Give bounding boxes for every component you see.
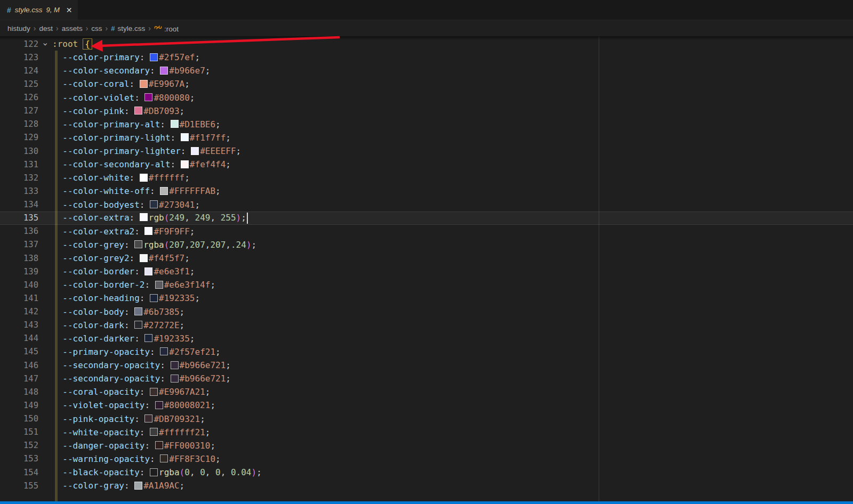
code-content[interactable]: --color-body: #6b7385;	[52, 307, 184, 317]
code-content[interactable]: --warning-opacity: #FF8F3C10;	[52, 454, 221, 464]
code-content[interactable]: --color-coral: #E9967A;	[52, 79, 190, 89]
color-swatch[interactable]	[160, 67, 168, 75]
code-content[interactable]: --violet-opacity: #80008021;	[52, 400, 215, 410]
code-content[interactable]: --color-grey: rgba(207,207,207,.24);	[52, 240, 256, 250]
code-content[interactable]: --color-violet: #800080;	[52, 93, 195, 103]
fold-toggle[interactable]: ›	[38, 39, 52, 49]
color-swatch[interactable]	[134, 482, 142, 490]
code-content[interactable]: --color-primary-light: #f1f7ff;	[52, 133, 231, 143]
code-line-147[interactable]: 147--secondary-opacity: #b966e721;	[0, 372, 853, 385]
color-swatch[interactable]	[150, 294, 158, 302]
breadcrumb-item-file[interactable]: #style.css	[110, 25, 146, 32]
color-swatch[interactable]	[134, 240, 142, 248]
color-swatch[interactable]	[150, 428, 158, 436]
code-content[interactable]: --pink-opacity: #DB709321;	[52, 414, 205, 424]
color-swatch[interactable]	[155, 441, 163, 449]
color-swatch[interactable]	[181, 133, 189, 141]
close-icon[interactable]: ✕	[66, 6, 73, 14]
code-content[interactable]: --color-primary-lighter: #EEEEFF;	[52, 146, 241, 156]
code-line-140[interactable]: 140--color-border-2: #e6e3f14f;	[0, 278, 853, 291]
color-swatch[interactable]	[134, 321, 142, 329]
code-content[interactable]: :root{	[52, 39, 92, 49]
code-content[interactable]: --color-extra2: #F9F9FF;	[52, 226, 195, 237]
code-line-133[interactable]: 133--color-white-off: #FFFFFFAB;	[0, 184, 853, 198]
code-line-136[interactable]: 136--color-extra2: #F9F9FF;	[0, 225, 853, 238]
tab-style-css[interactable]: # style.css 9, M ✕	[0, 0, 78, 20]
code-content[interactable]: --color-border: #e6e3f1;	[52, 266, 195, 277]
breadcrumb-item-histudy[interactable]: histudy	[7, 25, 31, 32]
code-line-148[interactable]: 148--coral-opacity: #E9967A21;	[0, 385, 853, 399]
color-swatch[interactable]	[160, 187, 168, 195]
code-content[interactable]: --color-gray: #A1A9AC;	[52, 481, 184, 491]
color-swatch[interactable]	[171, 375, 179, 383]
color-swatch[interactable]	[140, 254, 148, 262]
code-content[interactable]: --color-heading: #192335;	[52, 293, 200, 303]
breadcrumb-item-css[interactable]: css	[91, 25, 102, 32]
color-swatch[interactable]	[140, 80, 148, 88]
color-swatch[interactable]	[150, 388, 158, 396]
code-line-123[interactable]: 123--color-primary: #2f57ef;	[0, 51, 853, 64]
code-line-153[interactable]: 153--warning-opacity: #FF8F3C10;	[0, 452, 853, 466]
code-line-151[interactable]: 151--white-opacity: #ffffff21;	[0, 426, 853, 439]
code-line-131[interactable]: 131--color-secondary-alt: #fef4f4;	[0, 158, 853, 171]
code-line-150[interactable]: 150--pink-opacity: #DB709321;	[0, 412, 853, 426]
code-content[interactable]: --color-white-off: #FFFFFFAB;	[52, 186, 221, 196]
code-line-144[interactable]: 144--color-darker: #192335;	[0, 332, 853, 345]
code-content[interactable]: --coral-opacity: #E9967A21;	[52, 387, 210, 397]
code-content[interactable]: --color-darker: #192335;	[52, 334, 195, 344]
code-line-124[interactable]: 124--color-secondary: #b966e7;	[0, 64, 853, 77]
code-content[interactable]: --secondary-opacity: #b966e721;	[52, 360, 231, 370]
color-swatch[interactable]	[140, 213, 148, 221]
code-line-139[interactable]: 139--color-border: #e6e3f1;	[0, 265, 853, 278]
color-swatch[interactable]	[181, 160, 189, 168]
code-content[interactable]: --color-grey2: #f4f5f7;	[52, 253, 190, 263]
code-line-141[interactable]: 141--color-heading: #192335;	[0, 291, 853, 305]
code-line-132[interactable]: 132--color-white: #ffffff;	[0, 171, 853, 184]
code-content[interactable]: --black-opacity: rgba(0, 0, 0, 0.04);	[52, 467, 262, 477]
code-content[interactable]: --color-primary: #2f57ef;	[52, 52, 200, 62]
code-editor[interactable]: 122›:root{123--color-primary: #2f57ef;12…	[0, 36, 853, 501]
color-swatch[interactable]	[144, 414, 152, 422]
color-swatch[interactable]	[134, 107, 142, 115]
code-content[interactable]: --color-bodyest: #273041;	[52, 200, 200, 210]
breadcrumb-item-dest[interactable]: dest	[38, 25, 53, 32]
breadcrumb-item-assets[interactable]: assets	[61, 25, 83, 32]
color-swatch[interactable]	[144, 334, 152, 342]
code-line-142[interactable]: 142--color-body: #6b7385;	[0, 305, 853, 319]
code-content[interactable]: --color-border-2: #e6e3f14f;	[52, 280, 215, 290]
code-line-138[interactable]: 138--color-grey2: #f4f5f7;	[0, 251, 853, 265]
color-swatch[interactable]	[160, 347, 168, 355]
code-line-152[interactable]: 152--danger-opacity: #FF000310;	[0, 439, 853, 452]
breadcrumb-item-symbol[interactable]: :root	[154, 23, 179, 33]
code-line-149[interactable]: 149--violet-opacity: #80008021;	[0, 399, 853, 412]
code-content[interactable]: --color-white: #ffffff;	[52, 173, 190, 183]
code-line-129[interactable]: 129--color-primary-light: #f1f7ff;	[0, 131, 853, 144]
code-content[interactable]: --color-secondary-alt: #fef4f4;	[52, 159, 231, 169]
code-line-146[interactable]: 146--secondary-opacity: #b966e721;	[0, 359, 853, 372]
color-swatch[interactable]	[144, 267, 152, 275]
color-swatch[interactable]	[171, 361, 179, 369]
code-line-135[interactable]: 135--color-extra: rgb(249, 249, 255);	[0, 212, 853, 225]
color-swatch[interactable]	[160, 454, 168, 462]
code-line-128[interactable]: 128--color-primary-alt: #D1EBE6;	[0, 118, 853, 131]
color-swatch[interactable]	[144, 93, 152, 101]
code-content[interactable]: --secondary-opacity: #b966e721;	[52, 373, 231, 384]
code-line-155[interactable]: 155--color-gray: #A1A9AC;	[0, 479, 853, 492]
color-swatch[interactable]	[155, 401, 163, 409]
code-content[interactable]: --danger-opacity: #FF000310;	[52, 441, 215, 451]
code-content[interactable]: --color-primary-alt: #D1EBE6;	[52, 119, 221, 129]
code-content[interactable]: --white-opacity: #ffffff21;	[52, 427, 210, 437]
color-swatch[interactable]	[140, 174, 148, 182]
code-line-130[interactable]: 130--color-primary-lighter: #EEEEFF;	[0, 144, 853, 158]
code-line-126[interactable]: 126--color-violet: #800080;	[0, 91, 853, 104]
color-swatch[interactable]	[150, 53, 158, 61]
code-line-125[interactable]: 125--color-coral: #E9967A;	[0, 77, 853, 91]
color-swatch[interactable]	[155, 281, 163, 289]
code-content[interactable]: --color-extra: rgb(249, 249, 255);	[52, 213, 248, 224]
code-content[interactable]: --color-secondary: #b966e7;	[52, 66, 210, 76]
color-swatch[interactable]	[144, 227, 152, 235]
color-swatch[interactable]	[150, 200, 158, 208]
code-content[interactable]: --color-pink: #DB7093;	[52, 106, 184, 116]
color-swatch[interactable]	[171, 120, 179, 128]
code-line-134[interactable]: 134--color-bodyest: #273041;	[0, 198, 853, 212]
